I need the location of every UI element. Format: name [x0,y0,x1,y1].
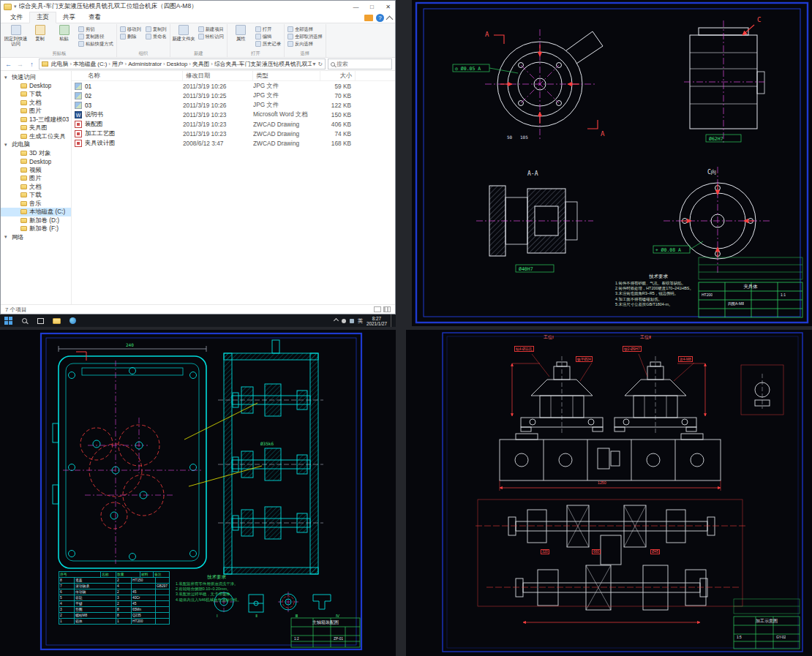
ribbon-button[interactable]: 移动到 [119,26,143,33]
ribbon-button[interactable]: 全部选择 [286,26,324,33]
breadcrumb-item[interactable]: 综合夹具-车门支架液压钻模具铣孔双工位组合机床（四图A-M8） [214,60,312,68]
ribbon-button[interactable]: 全部取消选择 [286,33,324,40]
refresh-icon[interactable] [317,61,323,67]
column-date[interactable]: 修改日期 [183,71,253,80]
up-button[interactable] [27,61,37,68]
sidebar-item[interactable]: 3D 对象 [1,149,71,158]
file-size: 406 KB [320,121,356,128]
file-explorer-shortcut[interactable] [48,314,64,327]
tab-file[interactable]: 文件 [4,12,29,23]
forward-button[interactable] [15,61,25,68]
search-button[interactable] [16,314,32,327]
sidebar-item[interactable]: 音乐 [1,200,71,208]
search-input[interactable] [337,61,389,67]
titlebar[interactable]: 综合夹具-车门支架液压钻模具铣孔双工位组合机床（四图A-M8） — □ ✕ [1,1,395,12]
ribbon-button[interactable]: 重命名 [144,33,168,40]
file-list: 01 2011/3/19 10:26 JPG 文件 59 KB 02 2011/… [72,81,395,304]
folder-icon [20,108,27,113]
network-icon[interactable] [342,319,346,323]
file-row[interactable]: 02 2011/3/19 10:25 JPG 文件 70 KB [72,91,395,100]
ribbon-button[interactable]: 新建项目 [197,26,225,33]
file-row[interactable]: 夹具设计图 2008/6/12 3:47 ZWCAD Drawing 168 K… [72,138,395,148]
ribbon-button[interactable]: 复制到 [144,26,168,33]
thumbnail-view-icon[interactable] [383,306,391,312]
file-row[interactable]: 装配图 2011/3/19 10:23 ZWCAD Drawing 406 KB [72,119,395,129]
breadcrumb-item[interactable]: Desktop [166,61,189,67]
sidebar-item[interactable]: 13-三维建模03 [1,116,71,124]
promo-icon[interactable] [364,15,373,21]
sidebar-item[interactable]: 下载 [1,191,71,200]
ribbon-button[interactable]: 复制路径 [77,33,115,40]
close-button[interactable]: ✕ [381,1,395,12]
sidebar-item[interactable]: 文档 [1,99,71,108]
ribbon-button[interactable]: 复制 [28,24,52,46]
column-size[interactable]: 大小 [320,71,356,80]
browser-shortcut[interactable] [64,314,80,327]
sidebar-item[interactable]: 夹具图 [1,124,71,132]
sidebar-item[interactable]: 网络 [1,233,71,242]
volume-icon[interactable] [350,319,354,323]
minimize-button[interactable]: — [349,1,363,12]
sidebar-item[interactable]: 新加卷 (F:) [1,225,71,233]
ribbon-button[interactable]: 粘贴快捷方式 [77,40,115,48]
sidebar-item[interactable]: 快速访问 [1,73,71,82]
show-desktop-button[interactable] [391,314,394,327]
sidebar-item[interactable]: 文档 [1,183,71,192]
file-row[interactable]: 加工工艺图 2011/3/19 10:23 ZWCAD Drawing 74 K… [72,129,395,138]
breadcrumb-item[interactable]: 用户 [111,60,124,68]
ribbon-button[interactable]: 剪切 [77,26,115,33]
sidebar-item[interactable]: Desktop [1,157,71,166]
part-name: 垫圈 [75,607,116,612]
chevron-icon [4,75,10,80]
breadcrumb-item[interactable]: 此电脑 [50,60,69,68]
ribbon-button[interactable]: 打开 [254,26,282,33]
help-icon[interactable] [376,14,384,22]
details-view-icon[interactable] [374,306,381,312]
start-button[interactable] [0,314,16,327]
ribbon-button[interactable]: 新建文件夹 [172,24,196,41]
file-row[interactable]: 03 2011/3/19 10:26 JPG 文件 122 KB [72,100,395,110]
ribbon-button[interactable]: 粘贴 [52,24,76,46]
breadcrumb-item[interactable]: 夹具图 [192,60,210,68]
sidebar-item[interactable]: 视频 [1,166,71,175]
column-type[interactable]: 类型 [253,71,320,80]
sidebar-item[interactable]: 下载 [1,90,71,99]
collapse-ribbon-icon[interactable] [386,15,394,23]
ribbon-button[interactable]: 固定到快速访问 [4,24,28,46]
sidebar-item[interactable]: 新加卷 (D:) [1,216,71,225]
sidebar-item[interactable]: 此电脑 [1,140,71,149]
back-button[interactable] [4,61,13,68]
sidebar-item[interactable]: 图片 [1,174,71,183]
title-block-name: 加工示意图 [735,618,798,625]
ribbon-button[interactable]: 删除 [119,33,143,40]
folder-icon [20,218,27,223]
view-label: A-A [527,170,538,177]
taskbar-clock[interactable]: 8:27 2021/1/27 [366,316,387,326]
ribbon-button[interactable]: 历史记录 [254,40,282,48]
file-row[interactable]: 01 2011/3/19 10:26 JPG 文件 59 KB [72,81,395,91]
search-box[interactable] [328,59,392,69]
sidebar-item[interactable]: 生成工位夹具 [1,132,71,141]
tab-share[interactable]: 共享 [56,12,82,23]
detail-labels: ⅠⅡⅢⅣ [217,614,339,619]
sidebar-item[interactable]: 本地磁盘 (C:) [1,208,71,216]
ribbon-button[interactable]: 编辑 [254,33,282,40]
address-bar[interactable]: 此电脑本地磁盘 (C:)用户AdministratorDesktop夹具图综合夹… [39,59,326,69]
column-name[interactable]: 名称 [85,71,183,80]
sidebar-item[interactable]: Desktop [1,82,71,91]
ribbon-button[interactable]: 反向选择 [286,40,324,48]
breadcrumb-item[interactable]: Administrator [127,61,162,67]
tab-view[interactable]: 查看 [82,12,108,23]
maximize-button[interactable]: □ [365,1,379,12]
quick-access-toolbar-icon[interactable] [14,4,17,10]
file-row[interactable]: 说明书 2011/3/19 10:23 Microsoft Word 文档 15… [72,110,395,119]
breadcrumb-item[interactable]: 本地磁盘 (C:) [72,60,108,68]
tab-home[interactable]: 主页 [29,12,56,23]
task-view-button[interactable] [32,314,48,327]
ribbon-button[interactable]: 属性 [229,24,253,41]
ribbon-button[interactable]: 轻松访问 [197,33,225,40]
tray-expand-icon[interactable] [334,318,339,323]
sidebar-item[interactable]: 图片 [1,107,71,116]
input-language[interactable]: 英 [358,317,363,325]
address-dropdown-icon[interactable] [313,61,316,67]
